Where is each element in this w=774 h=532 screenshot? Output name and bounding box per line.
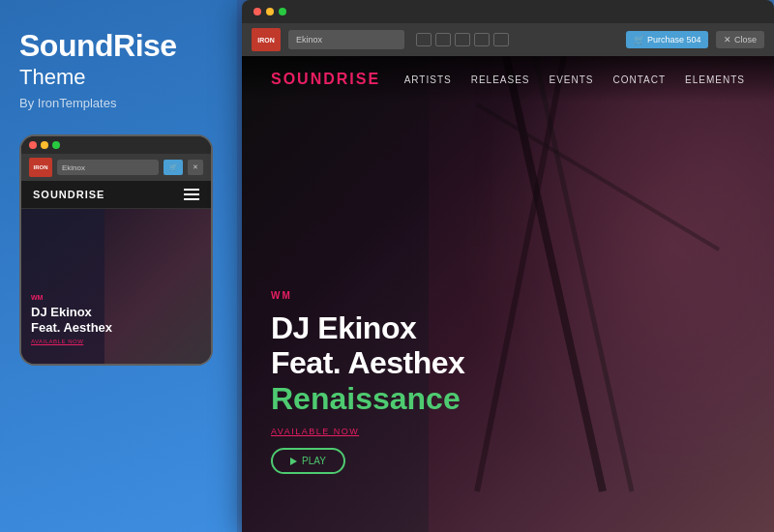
- wm-tag: WM: [271, 290, 464, 301]
- mobile-available-now: AVAILABLE NOW: [31, 339, 112, 344]
- browser-icon-2[interactable]: [435, 33, 451, 46]
- mobile-iron-logo: IRON: [29, 158, 52, 177]
- mobile-site-logo: SOUNDRISE: [33, 189, 104, 200]
- mobile-wm-tag: WM: [31, 294, 112, 301]
- brand-title: SoundRise: [19, 29, 218, 63]
- nav-releases[interactable]: RELEASES: [471, 74, 530, 85]
- desktop-browser-icons: [416, 33, 509, 46]
- desktop-url-bar[interactable]: Ekinox: [288, 30, 404, 49]
- nav-artists[interactable]: ARTISTS: [404, 74, 452, 85]
- brand-author: By IronTemplates: [19, 96, 218, 110]
- mobile-browser-bar: IRON Ekinox 🛒 ✕: [21, 154, 211, 181]
- browser-icon-1[interactable]: [416, 33, 432, 46]
- mobile-url-bar: Ekinox: [57, 160, 159, 175]
- site-nav: ARTISTS RELEASES EVENTS CONTACT ELEMENTS: [404, 74, 745, 85]
- svg-line-3: [477, 104, 719, 250]
- logo-sound: SOUND: [271, 71, 337, 87]
- close-button[interactable]: ✕ Close: [716, 31, 764, 48]
- mobile-title-line1: DJ Ekinox: [31, 305, 112, 320]
- left-panel: SoundRise Theme By IronTemplates IRON Ek…: [0, 0, 237, 532]
- mobile-close-button[interactable]: ✕: [188, 160, 203, 175]
- mobile-top-bar: [21, 136, 211, 154]
- desktop-dot-yellow: [266, 8, 274, 15]
- site-navbar: SOUNDRISE ARTISTS RELEASES EVENTS CONTAC…: [242, 56, 774, 103]
- dot-red: [29, 141, 37, 149]
- desktop-mockup: IRON Ekinox 🛒 Purchase 504 ✕ Close: [242, 0, 774, 532]
- mobile-nav-bar: SOUNDRISE: [21, 181, 211, 209]
- hero-face-image: [429, 56, 775, 532]
- hamburger-line-3: [184, 198, 199, 200]
- nav-elements[interactable]: ELEMENTS: [685, 74, 745, 85]
- purchase-label: Purchase 504: [647, 35, 701, 44]
- mobile-title-line2: Feat. Aesthex: [31, 320, 112, 336]
- hamburger-line-2: [184, 193, 199, 195]
- play-button[interactable]: PLAY: [271, 448, 345, 474]
- available-now-label: AVAILABLE NOW: [271, 427, 464, 436]
- mobile-hero-title: DJ Ekinox Feat. Aesthex: [31, 305, 112, 335]
- nav-contact[interactable]: CONTACT: [613, 74, 667, 85]
- cart-icon: 🛒: [634, 35, 644, 44]
- desktop-dot-green: [279, 8, 286, 15]
- decorative-lines-svg: [429, 56, 775, 532]
- mobile-mockup: IRON Ekinox 🛒 ✕ SOUNDRISE WM DJ Ekinox: [19, 134, 213, 366]
- dot-yellow: [41, 141, 48, 149]
- browser-icon-4[interactable]: [474, 33, 490, 46]
- desktop-top-bar: [242, 0, 774, 23]
- desktop-dot-red: [253, 8, 261, 15]
- brand-subtitle: Theme: [19, 65, 218, 90]
- brand-section: SoundRise Theme By IronTemplates: [19, 29, 218, 110]
- purchase-button[interactable]: 🛒 Purchase 504: [626, 31, 709, 48]
- play-triangle-icon: [290, 458, 297, 465]
- mobile-url-text: Ekinox: [62, 163, 85, 172]
- hero-content: WM DJ Ekinox Feat. Aesthex Renaissance A…: [271, 290, 464, 474]
- mobile-hero: WM DJ Ekinox Feat. Aesthex AVAILABLE NOW: [21, 209, 211, 364]
- hero-title-line1: DJ Ekinox: [271, 310, 464, 346]
- desktop-browser-bar: IRON Ekinox 🛒 Purchase 504 ✕ Close: [242, 23, 774, 56]
- dot-green: [52, 141, 60, 149]
- hero-title-green: Renaissance: [271, 381, 464, 417]
- desktop-iron-logo: IRON: [252, 28, 281, 51]
- desktop-website: SOUNDRISE ARTISTS RELEASES EVENTS CONTAC…: [242, 56, 774, 532]
- nav-events[interactable]: EVENTS: [549, 74, 593, 85]
- desktop-url-text: Ekinox: [296, 35, 322, 44]
- logo-rise: RISE: [337, 71, 380, 87]
- mobile-cart-icon[interactable]: 🛒: [164, 160, 183, 175]
- browser-icon-3[interactable]: [455, 33, 470, 46]
- hero-title-line2: Feat. Aesthex: [271, 345, 464, 381]
- site-logo: SOUNDRISE: [271, 71, 380, 88]
- hamburger-line-1: [184, 189, 199, 191]
- browser-icon-5[interactable]: [493, 33, 509, 46]
- mobile-hero-content: WM DJ Ekinox Feat. Aesthex AVAILABLE NOW: [31, 294, 112, 344]
- mobile-hero-background: [104, 209, 211, 364]
- hamburger-icon[interactable]: [184, 189, 199, 200]
- play-label: PLAY: [302, 456, 326, 466]
